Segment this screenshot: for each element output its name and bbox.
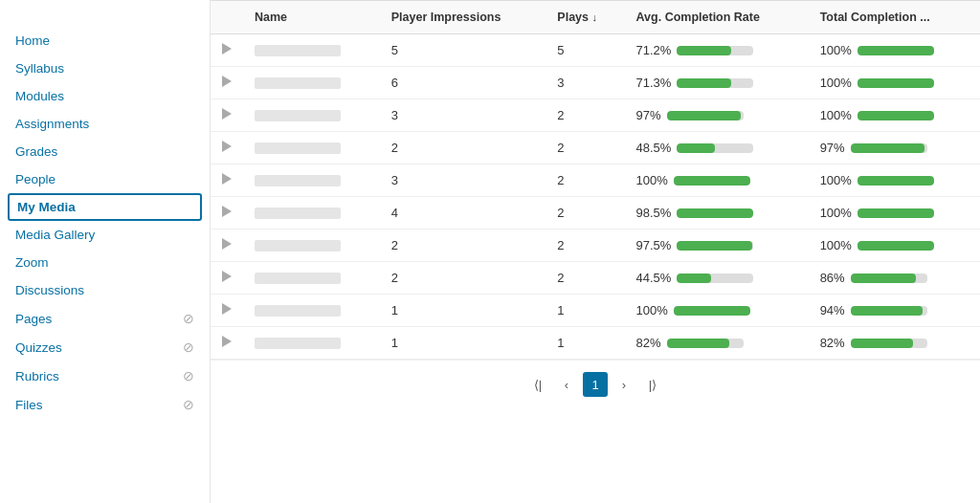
total-completion-cell: 100% [809,197,980,230]
impressions-cell: 4 [380,197,546,230]
sidebar-item-label: People [15,172,56,186]
avg-completion-value: 44.5% [636,271,672,285]
avg-completion-cell: 98.5% [625,197,809,230]
sort-icon: ↓ [591,11,597,23]
sidebar-item-label: Pages [15,312,52,326]
avg-completion-value: 97.5% [636,238,672,252]
eye-icon[interactable]: ⊘ [183,339,194,355]
avg-completion-value: 100% [636,173,668,187]
sidebar-item-zoom[interactable]: Zoom [0,249,210,276]
sidebar-item-label: Syllabus [15,61,64,76]
total-completion-cell: 100% [809,230,980,262]
total-completion-value: 100% [820,43,852,57]
row-expand-btn[interactable] [222,206,232,217]
row-expand-btn[interactable] [222,43,232,55]
pagination-next[interactable]: › [612,372,636,397]
plays-cell: 2 [546,230,624,262]
plays-cell: 2 [546,164,624,197]
row-expand-btn[interactable] [222,238,232,250]
row-expand-btn[interactable] [222,76,232,87]
col-impressions[interactable]: Player Impressions [380,1,546,34]
pagination: ⟨| ‹ 1 › |⟩ [211,360,980,408]
row-expand-btn[interactable] [222,336,232,347]
sidebar-item-label: Quizzes [15,340,62,355]
avg-completion-value: 82% [636,336,661,350]
total-completion-value: 100% [820,76,852,90]
avg-completion-cell: 71.2% [625,34,809,67]
student-name [255,142,341,154]
sidebar-item-discussions[interactable]: Discussions [0,276,210,304]
analytics-table: Name Player Impressions Plays ↓ Avg. Com… [211,0,980,360]
total-completion-cell: 100% [809,67,980,99]
row-expand-btn[interactable] [222,141,232,152]
sidebar-item-modules[interactable]: Modules [0,82,210,110]
pagination-last[interactable]: |⟩ [640,372,665,397]
eye-icon[interactable]: ⊘ [183,368,194,383]
total-completion-value: 100% [820,173,852,187]
pagination-first[interactable]: ⟨| [525,372,550,397]
table-row: 1182%82% [211,327,980,360]
sidebar-item-media-gallery[interactable]: Media Gallery [0,221,210,249]
total-completion-value: 100% [820,206,852,220]
avg-completion-cell: 97.5% [625,230,809,262]
impressions-cell: 5 [380,34,546,67]
sidebar-item-syllabus[interactable]: Syllabus [0,55,210,82]
sidebar-item-pages[interactable]: Pages⊘ [0,304,210,333]
sidebar-item-my-media[interactable]: My Media [8,193,202,221]
student-name [255,175,341,186]
student-name [255,77,341,89]
plays-cell: 5 [546,34,624,67]
sidebar-item-grades[interactable]: Grades [0,138,210,165]
pagination-prev[interactable]: ‹ [554,372,579,397]
plays-cell: 2 [546,132,624,164]
avg-completion-cell: 100% [625,295,809,327]
row-expand-btn[interactable] [222,108,232,120]
impressions-cell: 2 [380,132,546,164]
row-expand-btn[interactable] [222,173,232,185]
col-total-completion[interactable]: Total Completion ... [809,1,980,34]
sidebar-item-files[interactable]: Files⊘ [0,390,210,419]
total-completion-value: 97% [820,141,845,155]
impressions-cell: 3 [380,99,546,132]
row-expand-btn[interactable] [222,303,232,315]
row-expand-btn[interactable] [222,271,232,282]
sidebar-item-label: Assignments [15,117,89,131]
plays-cell: 2 [546,197,624,230]
eye-icon[interactable]: ⊘ [183,311,194,326]
avg-completion-value: 71.3% [636,76,672,90]
pagination-page-1[interactable]: 1 [583,372,608,397]
total-completion-value: 100% [820,238,852,252]
student-name [255,338,341,349]
total-completion-cell: 86% [809,262,980,295]
table-row: 4298.5%100% [211,197,980,230]
sidebar-item-home[interactable]: Home [0,27,210,55]
plays-cell: 2 [546,99,624,132]
sidebar-item-label: Grades [15,144,57,159]
avg-completion-value: 71.2% [636,43,672,57]
table-row: 2297.5%100% [211,230,980,262]
col-avg-completion[interactable]: Avg. Completion Rate [625,1,809,34]
student-name [255,45,341,56]
sidebar-item-label: Discussions [15,283,84,297]
impressions-cell: 1 [380,295,546,327]
main-content: Name Player Impressions Plays ↓ Avg. Com… [211,0,980,503]
sidebar-item-quizzes[interactable]: Quizzes⊘ [0,333,210,361]
col-name[interactable]: Name [243,1,380,34]
col-plays[interactable]: Plays ↓ [546,1,624,34]
student-name [255,240,341,252]
student-name [255,273,341,284]
impressions-cell: 6 [380,67,546,99]
sidebar-item-assignments[interactable]: Assignments [0,110,210,138]
impressions-cell: 2 [380,230,546,262]
total-completion-value: 82% [820,336,845,350]
impressions-cell: 2 [380,262,546,295]
eye-icon[interactable]: ⊘ [183,397,194,412]
sidebar-item-label: Media Gallery [15,228,95,242]
table-row: 11100%94% [211,295,980,327]
student-name [255,305,341,317]
sidebar-item-rubrics[interactable]: Rubrics⊘ [0,361,210,390]
plays-cell: 2 [546,262,624,295]
sidebar-item-label: Files [15,398,43,412]
sidebar-item-people[interactable]: People [0,165,210,193]
plays-cell: 3 [546,67,624,99]
